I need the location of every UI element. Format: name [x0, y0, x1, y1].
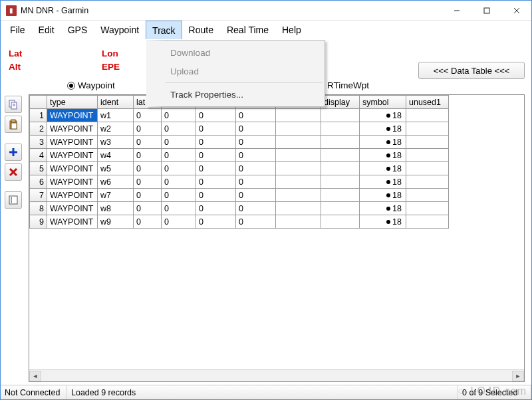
scroll-right-button[interactable]: ► [512, 371, 524, 381]
cell-y_proj[interactable]: 0 [196, 175, 236, 189]
cell-y_proj[interactable]: 0 [196, 189, 236, 202]
cell-symbol[interactable]: 18 [360, 109, 406, 122]
cell-y_proj[interactable]: 0 [196, 122, 236, 136]
cell-display[interactable] [321, 149, 360, 162]
cell-unused1[interactable] [406, 175, 449, 189]
menu-file[interactable]: File [3, 21, 32, 39]
cell-unused1[interactable] [406, 149, 449, 162]
cell-symbol[interactable]: 18 [360, 136, 406, 149]
table-row[interactable]: 1WAYPOINTw10000 18 [30, 109, 449, 122]
cell-symbol[interactable]: 18 [360, 189, 406, 202]
table-row[interactable]: 5WAYPOINTw50000 18 [30, 162, 449, 175]
scroll-track[interactable] [41, 371, 512, 381]
delete-button[interactable] [5, 163, 22, 181]
minimize-button[interactable] [442, 1, 471, 21]
cell-long[interactable]: 0 [162, 189, 196, 202]
row-header[interactable]: 5 [30, 162, 47, 175]
table-row[interactable]: 9WAYPOINTw90000 18 [30, 215, 449, 229]
cell-ident[interactable]: w4 [98, 149, 134, 162]
menu-track-upload[interactable]: Upload [165, 62, 325, 80]
cell-lat[interactable]: 0 [134, 189, 162, 202]
cell-x_proj[interactable]: 0 [236, 162, 276, 175]
cell-lat[interactable]: 0 [134, 202, 162, 215]
paste-button[interactable] [5, 116, 22, 133]
cell-display[interactable] [321, 175, 360, 189]
cell-type[interactable]: WAYPOINT [47, 215, 98, 229]
table-row[interactable]: 4WAYPOINTw40000 18 [30, 149, 449, 162]
cell-x_proj[interactable]: 0 [236, 175, 276, 189]
row-header[interactable]: 4 [30, 149, 47, 162]
cell-comment[interactable] [276, 122, 321, 136]
cell-x_proj[interactable]: 0 [236, 136, 276, 149]
cell-symbol[interactable]: 18 [360, 122, 406, 136]
detail-button[interactable] [5, 191, 22, 209]
cell-comment[interactable] [276, 175, 321, 189]
cell-x_proj[interactable]: 0 [236, 122, 276, 136]
row-header[interactable]: 7 [30, 189, 47, 202]
cell-long[interactable]: 0 [162, 136, 196, 149]
cell-type[interactable]: WAYPOINT [47, 122, 98, 136]
cell-y_proj[interactable]: 0 [196, 109, 236, 122]
menu-route[interactable]: Route [182, 21, 220, 39]
cell-type[interactable]: WAYPOINT [47, 109, 98, 122]
cell-lat[interactable]: 0 [134, 136, 162, 149]
menu-help[interactable]: Help [275, 21, 308, 39]
cell-unused1[interactable] [406, 215, 449, 229]
cell-y_proj[interactable]: 0 [196, 136, 236, 149]
cell-ident[interactable]: w1 [98, 109, 134, 122]
menu-waypoint[interactable]: Waypoint [94, 21, 146, 39]
radio-rtimewpt[interactable]: RTimeWpt [317, 80, 400, 90]
cell-lat[interactable]: 0 [134, 215, 162, 229]
cell-lat[interactable]: 0 [134, 149, 162, 162]
cell-unused1[interactable] [406, 202, 449, 215]
maximize-button[interactable] [471, 1, 501, 21]
cell-unused1[interactable] [406, 109, 449, 122]
menu-realtime[interactable]: Real Time [220, 21, 275, 39]
cell-unused1[interactable] [406, 162, 449, 175]
column-header-unused1[interactable]: unused1 [406, 96, 449, 109]
row-header[interactable]: 9 [30, 215, 47, 229]
menu-track-properties[interactable]: Track Properties... [165, 85, 325, 104]
cell-x_proj[interactable]: 0 [236, 202, 276, 215]
menu-edit[interactable]: Edit [32, 21, 61, 39]
cell-type[interactable]: WAYPOINT [47, 149, 98, 162]
row-header[interactable]: 3 [30, 136, 47, 149]
table-row[interactable]: 6WAYPOINTw60000 18 [30, 175, 449, 189]
cell-long[interactable]: 0 [162, 162, 196, 175]
cell-symbol[interactable]: 18 [360, 202, 406, 215]
cell-ident[interactable]: w7 [98, 189, 134, 202]
cell-y_proj[interactable]: 0 [196, 149, 236, 162]
row-header[interactable]: 2 [30, 122, 47, 136]
cell-unused1[interactable] [406, 122, 449, 136]
table-row[interactable]: 3WAYPOINTw30000 18 [30, 136, 449, 149]
cell-symbol[interactable]: 18 [360, 162, 406, 175]
cell-x_proj[interactable]: 0 [236, 215, 276, 229]
table-row[interactable]: 7WAYPOINTw70000 18 [30, 189, 449, 202]
cell-comment[interactable] [276, 215, 321, 229]
cell-display[interactable] [321, 136, 360, 149]
cell-lat[interactable]: 0 [134, 175, 162, 189]
cell-long[interactable]: 0 [162, 122, 196, 136]
cell-comment[interactable] [276, 189, 321, 202]
cell-x_proj[interactable]: 0 [236, 189, 276, 202]
menu-track-download[interactable]: Download [165, 43, 325, 62]
cell-lat[interactable]: 0 [134, 109, 162, 122]
cell-comment[interactable] [276, 149, 321, 162]
cell-comment[interactable] [276, 136, 321, 149]
add-button[interactable] [5, 144, 22, 161]
cell-display[interactable] [321, 122, 360, 136]
cell-ident[interactable]: w5 [98, 162, 134, 175]
cell-ident[interactable]: w9 [98, 215, 134, 229]
row-header[interactable]: 6 [30, 175, 47, 189]
copy-button[interactable] [5, 96, 22, 113]
cell-ident[interactable]: w3 [98, 136, 134, 149]
column-header-type[interactable]: type [47, 96, 98, 109]
cell-display[interactable] [321, 215, 360, 229]
row-header[interactable]: 8 [30, 202, 47, 215]
cell-comment[interactable] [276, 109, 321, 122]
cell-long[interactable]: 0 [162, 175, 196, 189]
cell-long[interactable]: 0 [162, 215, 196, 229]
table-row[interactable]: 2WAYPOINTw20000 18 [30, 122, 449, 136]
cell-x_proj[interactable]: 0 [236, 149, 276, 162]
cell-display[interactable] [321, 202, 360, 215]
